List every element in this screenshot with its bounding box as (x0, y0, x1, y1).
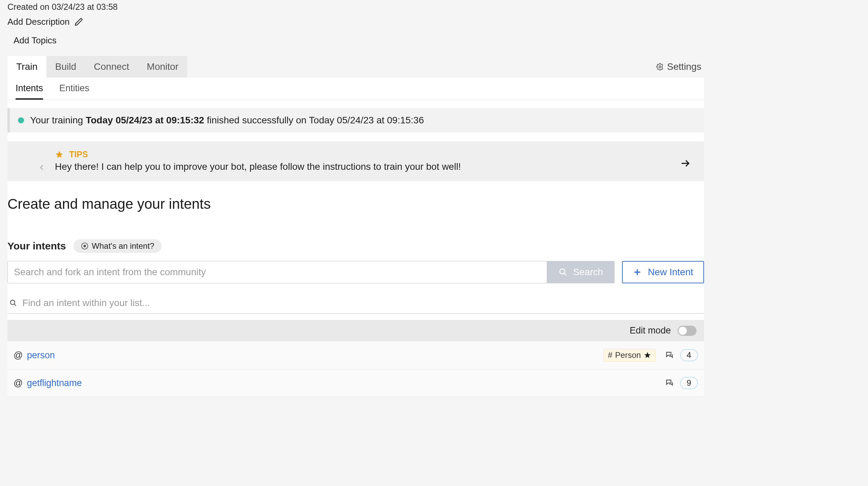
add-topics-link[interactable]: Add Topics (14, 35, 704, 46)
tips-prev-icon[interactable] (37, 163, 46, 172)
training-status-banner: Your training Today 05/24/23 at 09:15:32… (7, 108, 704, 133)
gear-icon (656, 63, 664, 70)
content-card: Intents Entities Your training Today 05/… (7, 78, 704, 397)
status-prefix: Your training (30, 115, 86, 125)
intent-row[interactable]: @ getflightname 9 (7, 369, 704, 397)
page-title: Create and manage your intents (7, 196, 704, 212)
search-icon (9, 299, 17, 307)
your-intents-header: Your intents What's an intent? (7, 239, 704, 253)
tab-train[interactable]: Train (7, 56, 46, 78)
svg-line-10 (14, 304, 16, 306)
edit-mode-toggle[interactable] (678, 326, 697, 336)
svg-point-4 (83, 245, 86, 247)
star-icon (644, 351, 651, 359)
svg-marker-1 (56, 151, 63, 158)
edit-pencil-icon[interactable] (75, 18, 83, 26)
add-description-link[interactable]: Add Description (7, 17, 70, 27)
search-icon (559, 268, 567, 277)
hash-icon: # (608, 350, 612, 360)
settings-link[interactable]: Settings (656, 56, 704, 78)
whats-an-intent-label: What's an intent? (92, 241, 154, 251)
whats-an-intent-help[interactable]: What's an intent? (74, 239, 162, 253)
tips-heading-text: TIPS (69, 149, 88, 159)
intent-filter-row (7, 293, 704, 314)
search-button-label: Search (573, 267, 603, 278)
sub-tabs: Intents Entities (7, 78, 704, 100)
status-suffix: finished successfully on Today 05/24/23 … (204, 115, 424, 125)
svg-line-6 (564, 273, 567, 276)
meta-area: Created on 03/24/23 at 03:58 Add Descrip… (7, 0, 704, 46)
tips-text: Hey there! I can help you to improve you… (55, 161, 690, 172)
svg-marker-11 (644, 352, 650, 358)
edit-mode-label: Edit mode (629, 325, 671, 336)
expressions-icon (665, 379, 674, 387)
new-intent-button[interactable]: New Intent (622, 261, 704, 283)
tips-banner: TIPS Hey there! I can help you to improv… (7, 141, 704, 181)
primary-tabs: Train Build Connect Monitor Settings (7, 56, 704, 78)
new-intent-label: New Intent (648, 267, 693, 278)
plus-icon (633, 268, 642, 277)
toggle-knob (679, 327, 687, 335)
search-button[interactable]: Search (547, 261, 615, 283)
at-icon: @ (14, 378, 23, 388)
expression-count: 9 (680, 377, 698, 389)
subtab-intents[interactable]: Intents (16, 83, 43, 100)
entity-chip[interactable]: # Person (603, 349, 655, 362)
your-intents-label: Your intents (7, 240, 66, 252)
tab-build[interactable]: Build (46, 56, 85, 78)
status-bold: Today 05/24/23 at 09:15:32 (86, 115, 204, 125)
svg-point-0 (659, 66, 661, 68)
star-icon (55, 150, 64, 159)
status-dot-icon (18, 117, 24, 123)
settings-label: Settings (667, 61, 701, 72)
tab-monitor[interactable]: Monitor (138, 56, 187, 78)
training-status-text: Your training Today 05/24/23 at 09:15:32… (30, 115, 424, 126)
tips-next-icon[interactable] (680, 158, 690, 168)
entity-chip-label: Person (615, 350, 641, 360)
help-circle-icon (81, 242, 88, 250)
svg-point-5 (560, 269, 565, 274)
community-search-input[interactable] (7, 261, 547, 283)
expressions-icon (665, 351, 674, 360)
search-row: Search New Intent (7, 261, 704, 283)
intent-row[interactable]: @ person # Person 4 (7, 341, 704, 369)
subtab-entities[interactable]: Entities (59, 83, 89, 100)
edit-mode-bar: Edit mode (7, 320, 704, 341)
intent-name-link[interactable]: person (27, 350, 55, 361)
created-on-text: Created on 03/24/23 at 03:58 (7, 2, 704, 12)
tab-connect[interactable]: Connect (85, 56, 138, 78)
intent-name-link[interactable]: getflightname (27, 378, 82, 388)
svg-point-9 (11, 300, 15, 305)
tips-heading: TIPS (55, 149, 690, 159)
intent-filter-input[interactable] (22, 298, 702, 308)
expression-count: 4 (680, 349, 698, 361)
at-icon: @ (14, 350, 23, 361)
